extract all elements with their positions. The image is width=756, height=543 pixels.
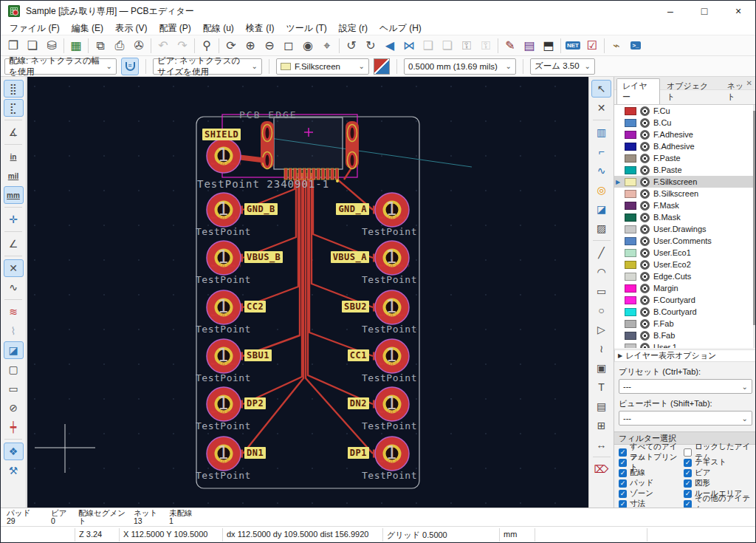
layer-row-User.Eco1[interactable]: User.Eco1: [614, 247, 756, 259]
layer-color-swatch[interactable]: [625, 225, 636, 233]
layer-color-swatch[interactable]: [625, 344, 636, 349]
checkbox-icon[interactable]: ✓: [619, 469, 627, 477]
sketch-footprints-button[interactable]: ▭: [4, 380, 24, 397]
layer-color-swatch[interactable]: [625, 237, 636, 245]
menu-設定[interactable]: 設定 (r): [333, 21, 374, 35]
custom-track-width-button[interactable]: =: [121, 58, 139, 75]
layer-color-swatch[interactable]: [625, 107, 636, 115]
layer-color-swatch[interactable]: [625, 214, 636, 222]
layer-row-B.Adhesive[interactable]: B.Adhesive: [614, 140, 756, 152]
visibility-eye-icon[interactable]: [640, 165, 650, 175]
layer-color-swatch[interactable]: [625, 119, 636, 127]
visibility-eye-icon[interactable]: [640, 284, 650, 293]
add-table-button[interactable]: ⊞: [591, 417, 611, 434]
visibility-eye-icon[interactable]: [640, 248, 650, 258]
menu-ファイル[interactable]: ファイル (F): [4, 21, 66, 35]
zoom-in-button[interactable]: ⊕: [241, 37, 260, 55]
ungroup-button[interactable]: ❏: [438, 37, 457, 55]
select-tool-button[interactable]: ↖: [591, 80, 611, 98]
visibility-eye-icon[interactable]: [640, 260, 650, 270]
add-dimension-button[interactable]: ↔: [591, 436, 611, 454]
net-inspector-button[interactable]: NET: [563, 37, 583, 55]
plot-button[interactable]: ✇: [129, 37, 148, 55]
grid-override-button[interactable]: ⣏: [4, 99, 24, 117]
layer-row-User.1[interactable]: User.1: [614, 341, 756, 348]
layer-color-swatch[interactable]: [625, 202, 636, 210]
refresh-view-button[interactable]: ⟳: [221, 37, 241, 55]
visibility-eye-icon[interactable]: [640, 106, 650, 116]
menu-配線[interactable]: 配線 (u): [197, 21, 240, 35]
footprint-editor-button[interactable]: ✎: [501, 37, 520, 55]
layer-options-expander[interactable]: ▶ レイヤー表示オプション: [614, 349, 756, 362]
filter-パッド[interactable]: ✓パッド: [619, 479, 684, 488]
visibility-eye-icon[interactable]: [640, 154, 650, 163]
layer-row-B.Paste[interactable]: B.Paste: [614, 164, 756, 176]
checkbox-icon[interactable]: ✓: [684, 459, 692, 467]
zoom-fit-objects-button[interactable]: ◉: [298, 37, 317, 55]
layer-row-F.Paste[interactable]: F.Paste: [614, 152, 756, 164]
layer-color-swatch[interactable]: [625, 178, 636, 186]
page-settings-button[interactable]: ⧉: [91, 37, 110, 55]
highlight-nets-button[interactable]: ≋: [4, 303, 24, 321]
save-board-button[interactable]: ⛁: [42, 37, 61, 55]
find-button[interactable]: ⚲: [197, 37, 216, 55]
new-board-button[interactable]: ❐: [4, 37, 23, 55]
close-button[interactable]: ×: [721, 1, 755, 21]
layer-row-F.Adhesive[interactable]: F.Adhesive: [614, 129, 756, 140]
maximize-button[interactable]: □: [687, 1, 721, 21]
menu-検査[interactable]: 検査 (I): [240, 21, 281, 35]
zoom-out-button[interactable]: ⊖: [260, 37, 279, 55]
mirror-button[interactable]: ⋈: [399, 37, 419, 55]
layer-pair-button[interactable]: [374, 58, 390, 75]
filter-ビア[interactable]: ✓ビア: [684, 468, 756, 477]
layer-row-B.Silkscreen[interactable]: B.Silkscreen: [614, 188, 756, 199]
rotate-ccw-button[interactable]: ↺: [342, 37, 361, 55]
zone-fill-mode-button[interactable]: ◪: [4, 341, 24, 359]
layer-row-User.Drawings[interactable]: User.Drawings: [614, 223, 756, 235]
visibility-eye-icon[interactable]: [640, 118, 650, 128]
free-angle-mode-button[interactable]: ∠: [4, 235, 24, 253]
checkbox-icon[interactable]: [684, 448, 692, 457]
add-text-button[interactable]: T: [591, 378, 611, 396]
add-rectangle-button[interactable]: ▭: [591, 282, 611, 300]
layer-row-B.Courtyard[interactable]: B.Courtyard: [614, 306, 756, 318]
layer-row-F.Silkscreen[interactable]: F.Silkscreen: [614, 176, 756, 188]
layer-color-swatch[interactable]: [625, 131, 636, 139]
visibility-eye-icon[interactable]: [640, 296, 650, 305]
layer-color-swatch[interactable]: [625, 332, 636, 340]
add-image-button[interactable]: ▣: [591, 359, 611, 377]
menu-配置[interactable]: 配置 (P): [153, 21, 196, 35]
add-rule-area-button[interactable]: ▨: [591, 219, 611, 237]
via-size-select[interactable]: ビア: ネットクラスのサイズを使用⌄: [153, 58, 262, 75]
viewport-select[interactable]: --- ⌄: [619, 411, 752, 426]
properties-panel-toggle-button[interactable]: ⚒: [4, 462, 24, 479]
add-zone-button[interactable]: ◪: [591, 200, 611, 218]
visibility-eye-icon[interactable]: [640, 343, 650, 349]
visibility-eye-icon[interactable]: [640, 213, 650, 222]
layer-row-F.Fab[interactable]: F.Fab: [614, 318, 756, 329]
add-circle-button[interactable]: ○: [591, 301, 611, 319]
visibility-eye-icon[interactable]: [640, 142, 650, 151]
board-setup-button[interactable]: ▦: [66, 37, 86, 55]
add-arc-button[interactable]: ◠: [591, 263, 611, 281]
add-textbox-button[interactable]: ▤: [591, 397, 611, 415]
track-width-select[interactable]: 配線: ネットクラスの幅を使用⌄: [4, 58, 117, 75]
add-line-button[interactable]: ╱: [591, 244, 611, 262]
visibility-eye-icon[interactable]: [640, 225, 650, 234]
visibility-eye-icon[interactable]: [640, 189, 650, 199]
sketch-vias-button[interactable]: ┿: [4, 418, 24, 436]
tab-ネット[interactable]: ネット: [721, 78, 756, 104]
sketch-tracks-button[interactable]: ⌇: [4, 322, 24, 340]
zoom-fit-page-button[interactable]: ◻: [279, 37, 298, 55]
tab-レイヤー[interactable]: レイヤー: [616, 78, 660, 104]
layer-color-swatch[interactable]: [625, 143, 636, 151]
units-mm-button[interactable]: mm: [4, 186, 24, 204]
lock-button[interactable]: ⚿: [457, 37, 476, 55]
layer-color-swatch[interactable]: [625, 308, 636, 316]
visibility-eye-icon[interactable]: [640, 331, 650, 341]
checkbox-icon[interactable]: ✓: [684, 469, 692, 477]
layer-row-Margin[interactable]: Margin: [614, 282, 756, 294]
group-button[interactable]: ❑: [419, 37, 438, 55]
layer-color-swatch[interactable]: [625, 154, 636, 163]
drc-check-button[interactable]: ☑: [583, 37, 602, 55]
